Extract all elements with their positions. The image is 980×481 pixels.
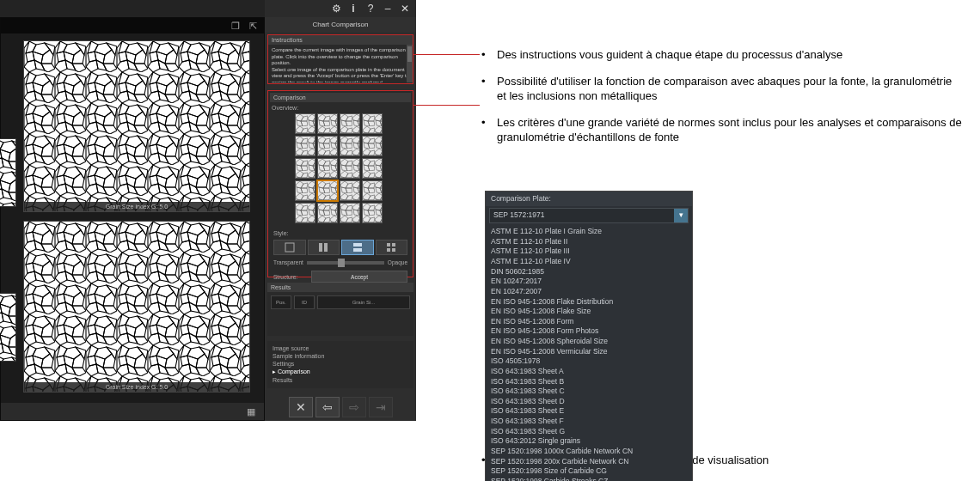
plate-cell[interactable] bbox=[295, 136, 315, 156]
dropdown-option[interactable]: ISO 643:1983 Sheet G bbox=[491, 426, 687, 436]
dropdown-option[interactable]: EN ISO 945-1:2008 Form bbox=[491, 316, 687, 326]
plate-cell[interactable] bbox=[317, 203, 338, 223]
chevron-down-icon[interactable]: ▾ bbox=[674, 209, 688, 222]
svg-rect-4 bbox=[0, 139, 15, 206]
dropdown-option[interactable]: EN 10247:2017 bbox=[491, 277, 687, 287]
minimize-icon[interactable]: – bbox=[382, 3, 394, 15]
svg-rect-11 bbox=[318, 137, 337, 155]
plate-cell[interactable] bbox=[362, 180, 383, 201]
sample-image-1-caption: Grain Size index G: 5.0 bbox=[24, 202, 249, 211]
info-icon[interactable]: i bbox=[347, 3, 359, 15]
dropdown-option[interactable]: ISO 643:1983 Sheet B bbox=[491, 376, 687, 387]
plate-cell[interactable] bbox=[362, 158, 383, 179]
strip-thumb-2[interactable] bbox=[0, 293, 16, 362]
opacity-slider-row: Transparent Opaque bbox=[270, 257, 411, 268]
dropdown-option[interactable]: ISO 643:2012 Single grains bbox=[491, 436, 687, 447]
dropdown-option[interactable]: EN ISO 945-1:2008 Form Photos bbox=[491, 326, 687, 337]
svg-rect-12 bbox=[340, 137, 359, 155]
dropdown-option[interactable]: SEP 1520:1998 Carbide Streaks CZ bbox=[491, 476, 687, 481]
help-icon[interactable]: ? bbox=[364, 3, 377, 15]
dropdown-option[interactable]: ASTM E 112-10 Plate III bbox=[491, 247, 687, 257]
dropdown-option[interactable]: ASTM E 112-10 Plate IV bbox=[491, 257, 687, 267]
dropdown-list[interactable]: ASTM E 112-10 Plate I Grain SizeASTM E 1… bbox=[486, 225, 692, 481]
sample-image-2[interactable]: Grain Size index G: 5.0 bbox=[23, 221, 250, 393]
nav-item-results[interactable]: Results bbox=[273, 376, 408, 384]
viewer-footer: ▦ bbox=[1, 403, 264, 420]
finish-button[interactable]: ⇥ bbox=[369, 397, 393, 417]
nav-item-sample-info[interactable]: Sample information bbox=[273, 352, 408, 360]
window-icon[interactable]: ❐ bbox=[230, 20, 242, 32]
plate-cell[interactable] bbox=[340, 203, 360, 223]
plate-cell[interactable] bbox=[340, 113, 360, 134]
opacity-slider[interactable] bbox=[307, 261, 384, 265]
results-col-id[interactable]: ID bbox=[294, 295, 315, 309]
svg-rect-30 bbox=[353, 248, 362, 252]
sample-image-2-caption: Grain Size index G: 5.0 bbox=[24, 382, 249, 392]
structure-label: Structure: bbox=[273, 274, 308, 280]
results-col-grainsize[interactable]: Grain Si... bbox=[317, 295, 410, 309]
dropdown-option[interactable]: DIN 50602:1985 bbox=[491, 266, 687, 277]
gear-icon[interactable]: ⚙ bbox=[330, 3, 342, 15]
plate-cell[interactable] bbox=[362, 136, 383, 156]
plate-cell[interactable] bbox=[317, 136, 338, 156]
plate-cell[interactable] bbox=[340, 136, 360, 156]
dropdown-option[interactable]: ISO 643:1983 Sheet A bbox=[491, 366, 687, 376]
plate-cell-selected[interactable] bbox=[317, 180, 338, 201]
svg-rect-5 bbox=[0, 294, 15, 361]
accept-button[interactable]: Accept bbox=[311, 271, 407, 283]
style-label: Style: bbox=[270, 228, 411, 238]
dropdown-option[interactable]: SEP 1520:1998 200x Carbide Network CN bbox=[491, 456, 687, 466]
sample-image-1[interactable]: Grain Size index G: 5.0 bbox=[23, 40, 250, 212]
style-btn-1[interactable] bbox=[273, 240, 306, 255]
dropdown-option[interactable]: ASTM E 112-10 Plate I Grain Size bbox=[491, 227, 687, 237]
back-button[interactable]: ⇦ bbox=[315, 397, 340, 417]
plate-cell[interactable] bbox=[340, 180, 360, 201]
plate-cell[interactable] bbox=[362, 113, 383, 134]
dropdown-option[interactable]: EN ISO 945-1:2008 Flake Size bbox=[491, 307, 687, 317]
forward-button[interactable]: ⇨ bbox=[342, 397, 366, 417]
plate-overview-grid[interactable] bbox=[295, 113, 386, 223]
close-icon[interactable]: ✕ bbox=[399, 3, 411, 15]
slider-left-label: Transparent bbox=[273, 259, 303, 265]
dropdown-option[interactable]: EN ISO 945-1:2008 Flake Distribution bbox=[491, 296, 687, 307]
style-buttons bbox=[270, 238, 411, 257]
dropdown-option[interactable]: ISO 4505:1978 bbox=[491, 356, 687, 367]
grid-view-icon[interactable]: ▦ bbox=[245, 405, 257, 417]
plate-cell[interactable] bbox=[295, 113, 315, 134]
plate-cell[interactable] bbox=[295, 180, 315, 201]
plate-cell[interactable] bbox=[340, 158, 360, 179]
nav-item-settings[interactable]: Settings bbox=[273, 360, 408, 368]
svg-rect-27 bbox=[319, 243, 322, 252]
cancel-button[interactable]: ✕ bbox=[289, 397, 313, 417]
nav-item-comparison[interactable]: Comparison bbox=[273, 368, 408, 376]
dropdown-option[interactable]: SEP 1520:1998 Size of Carbide CG bbox=[491, 466, 687, 477]
dropdown-option[interactable]: ISO 643:1983 Sheet C bbox=[491, 387, 687, 397]
dropdown-option[interactable]: EN ISO 945-1:2008 Vermicular Size bbox=[491, 346, 687, 356]
nav-item-image-source[interactable]: Image source bbox=[273, 344, 408, 352]
instructions-scrollbar[interactable] bbox=[407, 45, 413, 82]
plate-cell[interactable] bbox=[295, 158, 315, 179]
dropdown-option[interactable]: SEP 1520:1998 1000x Carbide Network CN bbox=[491, 446, 687, 456]
collapse-icon[interactable]: ⇱ bbox=[247, 20, 259, 32]
dropdown-option[interactable]: ASTM E 112-10 Plate II bbox=[491, 236, 687, 247]
dropdown-option[interactable]: EN 10247:2007 bbox=[491, 286, 687, 296]
plate-cell[interactable] bbox=[317, 158, 338, 179]
style-btn-2[interactable] bbox=[308, 240, 340, 255]
plate-cell[interactable] bbox=[317, 113, 338, 134]
dropdown-option[interactable]: EN ISO 945-1:2008 Spheroidal Size bbox=[491, 337, 687, 347]
dropdown-option[interactable]: ISO 643:1983 Sheet E bbox=[491, 406, 687, 417]
svg-rect-24 bbox=[340, 204, 359, 222]
svg-rect-19 bbox=[318, 181, 337, 200]
svg-rect-14 bbox=[296, 159, 315, 178]
plate-cell[interactable] bbox=[362, 203, 383, 223]
style-btn-4[interactable] bbox=[376, 240, 408, 255]
image-viewer: ❐ ⇱ Grain Size index G: 5.0 Grain Size i… bbox=[0, 17, 265, 421]
plate-cell[interactable] bbox=[295, 203, 315, 223]
results-col-pos[interactable]: Pos. bbox=[271, 295, 291, 309]
svg-rect-23 bbox=[318, 204, 337, 222]
strip-thumb-1[interactable] bbox=[0, 138, 16, 207]
dropdown-select[interactable]: SEP 1572:1971 ▾ bbox=[489, 208, 689, 223]
style-btn-3[interactable] bbox=[341, 240, 374, 255]
dropdown-option[interactable]: ISO 643:1983 Sheet D bbox=[491, 396, 687, 406]
dropdown-option[interactable]: ISO 643:1983 Sheet F bbox=[491, 417, 687, 427]
